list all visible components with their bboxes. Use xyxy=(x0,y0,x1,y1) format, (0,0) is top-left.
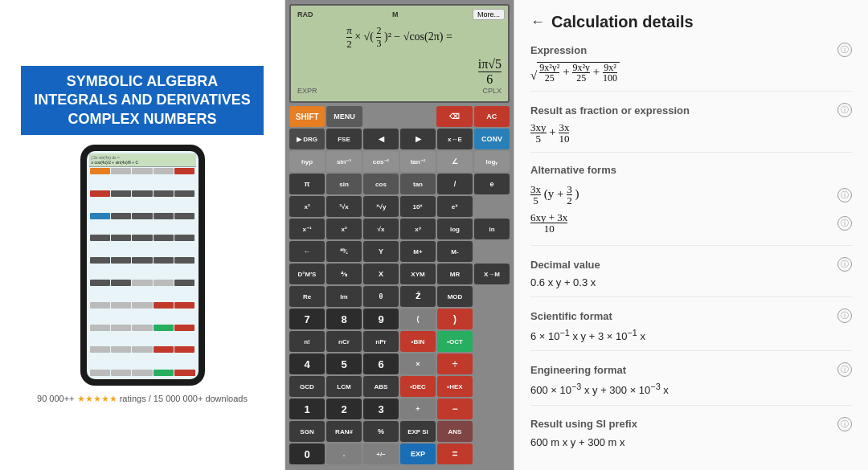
percent-button[interactable]: % xyxy=(363,421,399,442)
sqrty-button[interactable]: ˣ√y xyxy=(363,196,399,217)
mr-button[interactable]: MR xyxy=(437,264,473,284)
pi-button[interactable]: π xyxy=(289,174,325,194)
alt-form-1-info-icon[interactable]: ⓘ xyxy=(837,188,852,202)
y-button[interactable]: Y xyxy=(363,241,399,262)
mod-button[interactable]: MOD xyxy=(437,286,473,307)
expression-info-icon[interactable]: ⓘ xyxy=(837,43,852,57)
ac-button[interactable]: AC xyxy=(474,106,510,127)
result-fraction-info-icon[interactable]: ⓘ xyxy=(837,103,852,117)
cbrt-button[interactable]: ³√x xyxy=(326,196,362,217)
right-button[interactable]: ▶ xyxy=(400,129,436,149)
1-button[interactable]: 1 xyxy=(289,398,325,419)
expression-value: √ 9x²y² 25 + 9x²y 25 + 9x² 100 xyxy=(530,62,852,83)
xoe-button[interactable]: x↔E xyxy=(437,129,473,149)
tan-inv-button[interactable]: tan⁻¹ xyxy=(400,151,436,172)
cos-button[interactable]: cos xyxy=(363,174,399,194)
mminus-button[interactable]: M- xyxy=(437,241,473,262)
sin-inv-button[interactable]: sin⁻¹ xyxy=(326,151,362,172)
times-button[interactable]: × xyxy=(400,354,436,374)
ex-button[interactable]: eˣ xyxy=(437,196,473,217)
6-button[interactable]: 6 xyxy=(363,354,399,374)
dz-button[interactable]: ⁴⁄₂ xyxy=(326,264,362,284)
left-arrow-button[interactable]: ← xyxy=(289,241,325,262)
npr-button[interactable]: nPr xyxy=(363,331,399,352)
2-button[interactable]: 2 xyxy=(326,398,362,419)
ln-button[interactable]: ln xyxy=(474,219,510,239)
8-button[interactable]: 8 xyxy=(326,309,362,329)
bin-button[interactable]: ▪BIN xyxy=(400,331,436,352)
exp-button[interactable]: EXP xyxy=(400,443,436,464)
xy-button[interactable]: xʸ xyxy=(400,219,436,239)
alt-form-1: 3x 5 (y + 3 2 ) ⓘ xyxy=(530,181,852,209)
scientific-info-icon[interactable]: ⓘ xyxy=(837,309,852,323)
expsi-button[interactable]: EXP SI xyxy=(400,421,436,442)
abs-button[interactable]: ABS xyxy=(363,376,399,397)
ranp-button[interactable]: RAN# xyxy=(326,421,362,442)
z-button[interactable]: Z̄ xyxy=(400,286,436,307)
alt-forms-section: Alternative forms 3x 5 (y + 3 2 ) ⓘ xyxy=(530,164,852,246)
re-button[interactable]: Re xyxy=(289,286,325,307)
rparen-button[interactable]: ) xyxy=(437,309,473,329)
mplus-button[interactable]: M+ xyxy=(400,241,436,262)
menu-button[interactable]: MENU xyxy=(326,106,362,127)
ncr-button[interactable]: nCr xyxy=(326,331,362,352)
9-button[interactable]: 9 xyxy=(363,309,399,329)
more-button[interactable]: More... xyxy=(473,9,505,20)
div-button[interactable]: / xyxy=(437,174,473,194)
plusminus-button[interactable]: +/− xyxy=(363,443,399,464)
shift-button[interactable]: SHIFT xyxy=(289,106,325,127)
divide-button[interactable]: ÷ xyxy=(437,354,473,374)
im-button[interactable]: Im xyxy=(326,286,362,307)
7-button[interactable]: 7 xyxy=(289,309,325,329)
xm-button[interactable]: X→M xyxy=(474,264,510,284)
del-button[interactable]: ⌫ xyxy=(436,106,472,127)
0-button[interactable]: 0 xyxy=(289,443,325,464)
x2-button[interactable]: x² xyxy=(326,219,362,239)
plus-button[interactable]: + xyxy=(400,398,436,419)
lparen-button[interactable]: ( xyxy=(400,309,436,329)
tan-button[interactable]: tan xyxy=(400,174,436,194)
minus-button[interactable]: − xyxy=(437,398,473,419)
left-button[interactable]: ◀ xyxy=(363,129,399,149)
dec-button[interactable]: ▪DEC xyxy=(400,376,436,397)
alt-form-2-info-icon[interactable]: ⓘ xyxy=(837,216,852,231)
xinv-button[interactable]: x⁻¹ xyxy=(289,219,325,239)
si-info-icon[interactable]: ⓘ xyxy=(837,417,852,431)
aboc-button[interactable]: ᵃᵇ⁄꜀ xyxy=(326,241,362,262)
sqrt-button[interactable]: √x xyxy=(363,219,399,239)
fse-button[interactable]: FSE xyxy=(326,129,362,149)
theta-button[interactable]: θ xyxy=(363,286,399,307)
lcm-button[interactable]: LCM xyxy=(326,376,362,397)
dms-button[interactable]: D°M′S xyxy=(289,264,325,284)
angle-button[interactable]: ∠ xyxy=(437,151,473,172)
pow10-button[interactable]: 10ˣ xyxy=(400,196,436,217)
logy-button[interactable]: logᵧ xyxy=(474,151,510,172)
log-button[interactable]: log xyxy=(437,219,473,239)
result-fraction-section: Result as fraction or expression ⓘ 3xy 5… xyxy=(530,103,852,153)
engineering-info-icon[interactable]: ⓘ xyxy=(837,362,852,377)
scientific-value: 6 × 10−1 x y + 3 × 10−1 x xyxy=(530,328,852,342)
cos-inv-button[interactable]: cos⁻¹ xyxy=(363,151,399,172)
alt-forms-label: Alternative forms xyxy=(530,164,616,176)
xym-button[interactable]: XYM xyxy=(400,264,436,284)
oct-button[interactable]: ▪OCT xyxy=(437,331,473,352)
x3-button[interactable]: x³ xyxy=(289,196,325,217)
decimal-info-icon[interactable]: ⓘ xyxy=(837,257,852,272)
5-button[interactable]: 5 xyxy=(326,354,362,374)
equals-button[interactable]: = xyxy=(437,443,473,464)
ans-button[interactable]: ANS xyxy=(437,421,473,442)
gcd-button[interactable]: GCD xyxy=(289,376,325,397)
hex-button[interactable]: ▪HEX xyxy=(437,376,473,397)
nfact-button[interactable]: n! xyxy=(289,331,325,352)
4-button[interactable]: 4 xyxy=(289,354,325,374)
drg-button[interactable]: ▶ DRG xyxy=(289,129,325,149)
conv-button[interactable]: CONV xyxy=(474,129,510,149)
sin-button[interactable]: sin xyxy=(326,174,362,194)
back-button[interactable]: ← xyxy=(530,14,545,31)
dot-button[interactable]: . xyxy=(326,443,362,464)
hyp-button[interactable]: hyp xyxy=(289,151,325,172)
3-button[interactable]: 3 xyxy=(363,398,399,419)
X-button[interactable]: X xyxy=(363,264,399,284)
e-button[interactable]: e xyxy=(474,174,510,194)
sgn-button[interactable]: SGN xyxy=(289,421,325,442)
